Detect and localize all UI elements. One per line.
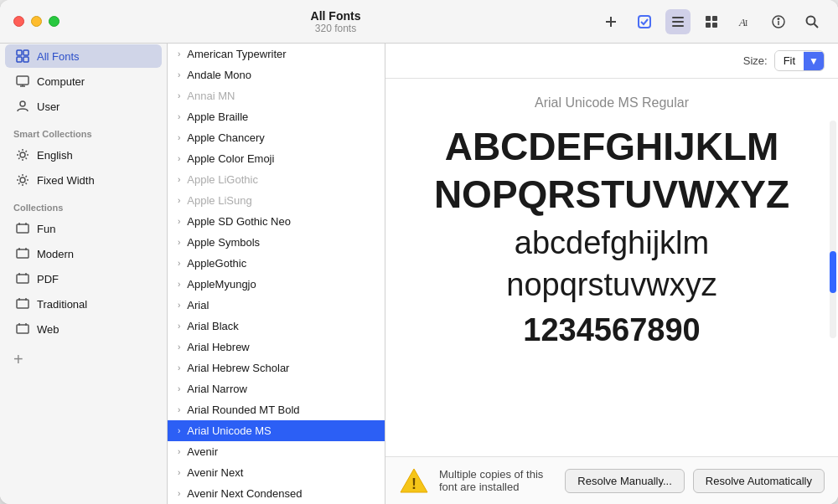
svg-rect-19 <box>17 57 22 62</box>
gear-icon-fixed-width <box>15 172 30 188</box>
english-label: English <box>37 149 73 162</box>
titlebar-actions: A I <box>598 9 825 34</box>
font-list-item-arial-black[interactable]: ›Arial Black <box>168 316 385 337</box>
sidebar-item-english[interactable]: English <box>5 143 162 167</box>
svg-rect-2 <box>639 16 650 28</box>
font-list-item-apple-lisung[interactable]: ›Apple LiSung <box>168 190 385 211</box>
validate-button[interactable] <box>632 9 657 34</box>
main-layout: All Fonts Computer <box>0 44 838 504</box>
font-list-item-american-typewriter[interactable]: ›American Typewriter <box>168 44 385 64</box>
sidebar-item-modern[interactable]: Modern <box>5 242 162 265</box>
chevron-icon: › <box>178 70 180 80</box>
font-name-label: Avenir <box>187 445 218 458</box>
grid-view-button[interactable] <box>699 9 724 34</box>
fixed-width-label: Fixed Width <box>37 174 95 187</box>
chevron-icon: › <box>178 238 180 247</box>
maximize-button[interactable] <box>49 16 59 27</box>
font-list-item-andale-mono[interactable]: ›Andale Mono <box>168 64 385 85</box>
font-list-item-apple-sd-gothic-neo[interactable]: ›Apple SD Gothic Neo <box>168 211 385 232</box>
font-list-item-arial-rounded-mt-bold[interactable]: ›Arial Rounded MT Bold <box>168 399 385 420</box>
chevron-icon: › <box>178 112 180 121</box>
chevron-icon: › <box>178 217 180 226</box>
chevron-icon: › <box>178 301 180 310</box>
sidebar-item-fun[interactable]: Fun <box>5 217 162 240</box>
svg-rect-17 <box>17 50 22 55</box>
chevron-icon: › <box>178 405 180 414</box>
traditional-label: Traditional <box>37 298 87 311</box>
computer-label: Computer <box>37 75 85 88</box>
svg-rect-21 <box>17 76 28 85</box>
add-collection-icon: + <box>13 350 23 369</box>
font-name-label: Avenir Next Condensed <box>187 487 302 500</box>
font-list-item-arial-hebrew[interactable]: ›Arial Hebrew <box>168 337 385 357</box>
chevron-icon: › <box>178 489 180 498</box>
search-button[interactable] <box>799 9 825 34</box>
sidebar-item-pdf[interactable]: PDF <box>5 267 162 291</box>
warning-message: Multiple copies of this font are install… <box>439 468 555 493</box>
font-list-item-arial-narrow[interactable]: ›Arial Narrow <box>168 378 385 399</box>
font-list-item-applemyungjo[interactable]: ›AppleMyungjo <box>168 274 385 295</box>
chevron-icon: › <box>178 384 180 393</box>
font-list-item-avenir[interactable]: ›Avenir <box>168 441 385 462</box>
preview-toolbar: Size: Fit ▼ <box>385 44 838 79</box>
resolve-automatically-button[interactable]: Resolve Automatically <box>693 469 825 493</box>
sidebar-item-all-fonts[interactable]: All Fonts <box>5 44 162 68</box>
warning-bar: ! Multiple copies of this font are insta… <box>385 456 838 504</box>
svg-point-26 <box>20 177 25 183</box>
add-font-button[interactable] <box>598 9 623 34</box>
font-preview-button[interactable]: A I <box>732 9 758 34</box>
size-value: Fit <box>775 51 804 70</box>
chevron-icon: › <box>178 91 180 100</box>
font-list-item-avenir-next-condensed[interactable]: ›Avenir Next Condensed <box>168 483 385 504</box>
font-list-item-apple-braille[interactable]: ›Apple Braille <box>168 106 385 127</box>
font-name-label: Arial Black <box>187 320 238 332</box>
svg-rect-7 <box>712 16 717 21</box>
font-list-item-apple-chancery[interactable]: ›Apple Chancery <box>168 127 385 148</box>
preview-scrollbar[interactable] <box>830 121 836 338</box>
collection-icon-traditional <box>15 296 30 311</box>
font-list-item-apple-color-emoji[interactable]: ›Apple Color Emoji <box>168 148 385 169</box>
close-button[interactable] <box>13 16 24 27</box>
font-list-item-applegothic[interactable]: ›AppleGothic <box>168 253 385 274</box>
preview-scrollbar-thumb[interactable] <box>830 251 836 293</box>
font-list-item-arial-unicode-ms[interactable]: ›Arial Unicode MS <box>168 420 385 441</box>
sidebar-item-user[interactable]: User <box>5 95 162 118</box>
font-name-label: Apple LiGothic <box>187 173 258 186</box>
font-list-item-annai-mn[interactable]: ›Annai MN <box>168 85 385 106</box>
svg-rect-18 <box>23 50 28 55</box>
font-list-item-arial-hebrew-scholar[interactable]: ›Arial Hebrew Scholar <box>168 357 385 378</box>
preview-line-uppercase-1: ABCDEFGHIJKLM <box>434 124 789 170</box>
sidebar-item-fixed-width[interactable]: Fixed Width <box>5 168 162 192</box>
svg-line-16 <box>815 23 819 28</box>
font-list-item-apple-symbols[interactable]: ›Apple Symbols <box>168 232 385 253</box>
svg-rect-20 <box>23 57 28 62</box>
sidebar-item-computer[interactable]: Computer <box>5 69 162 93</box>
info-button[interactable] <box>766 9 791 34</box>
minimize-button[interactable] <box>31 16 42 27</box>
font-name-label: Apple Chancery <box>187 131 265 144</box>
svg-point-24 <box>20 101 25 106</box>
warning-icon: ! <box>399 465 429 496</box>
user-icon <box>15 99 30 114</box>
svg-rect-30 <box>17 249 28 258</box>
font-name-label: Apple Braille <box>187 111 248 123</box>
sidebar-item-web[interactable]: Web <box>5 317 162 341</box>
chevron-icon: › <box>178 280 180 289</box>
chevron-icon: › <box>178 133 180 142</box>
font-list-item-avenir-next[interactable]: ›Avenir Next <box>168 462 385 483</box>
list-view-button[interactable] <box>665 9 691 34</box>
sidebar-item-traditional[interactable]: Traditional <box>5 292 162 316</box>
add-collection-button[interactable]: + <box>0 345 167 374</box>
font-name-label: AppleMyungjo <box>187 278 256 291</box>
svg-rect-8 <box>706 23 711 28</box>
font-list-item-arial[interactable]: ›Arial <box>168 295 385 316</box>
font-name-label: Andale Mono <box>187 69 251 81</box>
font-list-item-apple-ligothic[interactable]: ›Apple LiGothic <box>168 169 385 190</box>
font-name-label: American Typewriter <box>187 48 286 60</box>
size-chevron-icon[interactable]: ▼ <box>804 52 824 70</box>
window-title: All Fonts <box>73 9 598 23</box>
all-fonts-label: All Fonts <box>37 50 80 63</box>
resolve-manually-button[interactable]: Resolve Manually... <box>565 469 684 493</box>
size-label: Size: <box>743 54 768 67</box>
collections-header: Collections <box>0 193 167 216</box>
